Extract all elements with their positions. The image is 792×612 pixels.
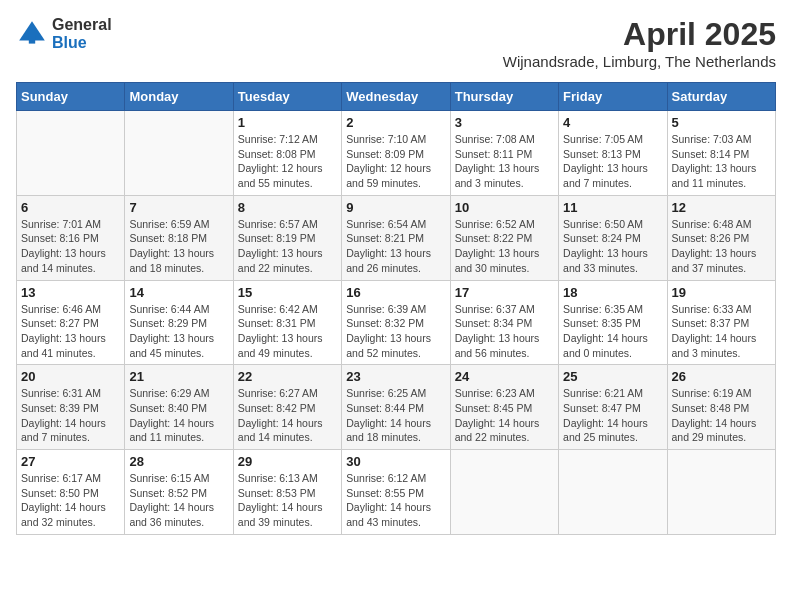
day-info: Sunrise: 6:13 AM Sunset: 8:53 PM Dayligh… <box>238 471 337 530</box>
day-info: Sunrise: 7:01 AM Sunset: 8:16 PM Dayligh… <box>21 217 120 276</box>
day-number: 6 <box>21 200 120 215</box>
day-number: 26 <box>672 369 771 384</box>
day-info: Sunrise: 6:25 AM Sunset: 8:44 PM Dayligh… <box>346 386 445 445</box>
day-number: 23 <box>346 369 445 384</box>
day-info: Sunrise: 6:35 AM Sunset: 8:35 PM Dayligh… <box>563 302 662 361</box>
calendar-cell <box>667 450 775 535</box>
logo: General Blue <box>16 16 112 51</box>
day-info: Sunrise: 7:05 AM Sunset: 8:13 PM Dayligh… <box>563 132 662 191</box>
day-info: Sunrise: 6:39 AM Sunset: 8:32 PM Dayligh… <box>346 302 445 361</box>
day-info: Sunrise: 6:23 AM Sunset: 8:45 PM Dayligh… <box>455 386 554 445</box>
day-info: Sunrise: 6:54 AM Sunset: 8:21 PM Dayligh… <box>346 217 445 276</box>
calendar-cell: 12Sunrise: 6:48 AM Sunset: 8:26 PM Dayli… <box>667 195 775 280</box>
calendar-cell: 11Sunrise: 6:50 AM Sunset: 8:24 PM Dayli… <box>559 195 667 280</box>
calendar-header-row: SundayMondayTuesdayWednesdayThursdayFrid… <box>17 83 776 111</box>
day-info: Sunrise: 6:27 AM Sunset: 8:42 PM Dayligh… <box>238 386 337 445</box>
day-info: Sunrise: 6:37 AM Sunset: 8:34 PM Dayligh… <box>455 302 554 361</box>
calendar-cell: 26Sunrise: 6:19 AM Sunset: 8:48 PM Dayli… <box>667 365 775 450</box>
day-number: 15 <box>238 285 337 300</box>
day-number: 16 <box>346 285 445 300</box>
day-number: 11 <box>563 200 662 215</box>
calendar-week-row: 6Sunrise: 7:01 AM Sunset: 8:16 PM Daylig… <box>17 195 776 280</box>
calendar-cell <box>17 111 125 196</box>
day-number: 30 <box>346 454 445 469</box>
calendar-cell: 29Sunrise: 6:13 AM Sunset: 8:53 PM Dayli… <box>233 450 341 535</box>
day-info: Sunrise: 7:03 AM Sunset: 8:14 PM Dayligh… <box>672 132 771 191</box>
calendar-cell: 18Sunrise: 6:35 AM Sunset: 8:35 PM Dayli… <box>559 280 667 365</box>
weekday-header: Monday <box>125 83 233 111</box>
day-info: Sunrise: 6:12 AM Sunset: 8:55 PM Dayligh… <box>346 471 445 530</box>
calendar-cell: 4Sunrise: 7:05 AM Sunset: 8:13 PM Daylig… <box>559 111 667 196</box>
weekday-header: Friday <box>559 83 667 111</box>
calendar-cell: 28Sunrise: 6:15 AM Sunset: 8:52 PM Dayli… <box>125 450 233 535</box>
day-info: Sunrise: 6:31 AM Sunset: 8:39 PM Dayligh… <box>21 386 120 445</box>
weekday-header: Tuesday <box>233 83 341 111</box>
day-number: 1 <box>238 115 337 130</box>
logo-text: General Blue <box>52 16 112 51</box>
day-number: 19 <box>672 285 771 300</box>
calendar-cell: 16Sunrise: 6:39 AM Sunset: 8:32 PM Dayli… <box>342 280 450 365</box>
calendar-cell: 27Sunrise: 6:17 AM Sunset: 8:50 PM Dayli… <box>17 450 125 535</box>
calendar-week-row: 27Sunrise: 6:17 AM Sunset: 8:50 PM Dayli… <box>17 450 776 535</box>
day-number: 9 <box>346 200 445 215</box>
day-number: 22 <box>238 369 337 384</box>
day-number: 27 <box>21 454 120 469</box>
day-info: Sunrise: 6:19 AM Sunset: 8:48 PM Dayligh… <box>672 386 771 445</box>
day-info: Sunrise: 6:33 AM Sunset: 8:37 PM Dayligh… <box>672 302 771 361</box>
day-number: 25 <box>563 369 662 384</box>
day-number: 28 <box>129 454 228 469</box>
weekday-header: Thursday <box>450 83 558 111</box>
calendar-cell: 10Sunrise: 6:52 AM Sunset: 8:22 PM Dayli… <box>450 195 558 280</box>
calendar-cell: 21Sunrise: 6:29 AM Sunset: 8:40 PM Dayli… <box>125 365 233 450</box>
day-info: Sunrise: 6:52 AM Sunset: 8:22 PM Dayligh… <box>455 217 554 276</box>
day-number: 5 <box>672 115 771 130</box>
calendar-cell: 8Sunrise: 6:57 AM Sunset: 8:19 PM Daylig… <box>233 195 341 280</box>
calendar-week-row: 1Sunrise: 7:12 AM Sunset: 8:08 PM Daylig… <box>17 111 776 196</box>
calendar-cell: 24Sunrise: 6:23 AM Sunset: 8:45 PM Dayli… <box>450 365 558 450</box>
day-info: Sunrise: 6:46 AM Sunset: 8:27 PM Dayligh… <box>21 302 120 361</box>
weekday-header: Sunday <box>17 83 125 111</box>
day-number: 29 <box>238 454 337 469</box>
calendar-cell: 3Sunrise: 7:08 AM Sunset: 8:11 PM Daylig… <box>450 111 558 196</box>
logo-icon <box>16 18 48 50</box>
calendar-week-row: 20Sunrise: 6:31 AM Sunset: 8:39 PM Dayli… <box>17 365 776 450</box>
weekday-header: Wednesday <box>342 83 450 111</box>
calendar-cell: 2Sunrise: 7:10 AM Sunset: 8:09 PM Daylig… <box>342 111 450 196</box>
title-block: April 2025 Wijnandsrade, Limburg, The Ne… <box>503 16 776 70</box>
day-info: Sunrise: 7:10 AM Sunset: 8:09 PM Dayligh… <box>346 132 445 191</box>
day-number: 21 <box>129 369 228 384</box>
calendar-cell: 6Sunrise: 7:01 AM Sunset: 8:16 PM Daylig… <box>17 195 125 280</box>
day-number: 24 <box>455 369 554 384</box>
day-number: 10 <box>455 200 554 215</box>
day-number: 8 <box>238 200 337 215</box>
day-info: Sunrise: 6:50 AM Sunset: 8:24 PM Dayligh… <box>563 217 662 276</box>
day-info: Sunrise: 6:59 AM Sunset: 8:18 PM Dayligh… <box>129 217 228 276</box>
day-info: Sunrise: 6:42 AM Sunset: 8:31 PM Dayligh… <box>238 302 337 361</box>
calendar-cell: 22Sunrise: 6:27 AM Sunset: 8:42 PM Dayli… <box>233 365 341 450</box>
day-info: Sunrise: 7:12 AM Sunset: 8:08 PM Dayligh… <box>238 132 337 191</box>
day-number: 13 <box>21 285 120 300</box>
weekday-header: Saturday <box>667 83 775 111</box>
day-number: 2 <box>346 115 445 130</box>
day-number: 7 <box>129 200 228 215</box>
day-info: Sunrise: 6:21 AM Sunset: 8:47 PM Dayligh… <box>563 386 662 445</box>
day-number: 14 <box>129 285 228 300</box>
calendar-cell: 20Sunrise: 6:31 AM Sunset: 8:39 PM Dayli… <box>17 365 125 450</box>
logo-blue: Blue <box>52 34 112 52</box>
day-info: Sunrise: 6:48 AM Sunset: 8:26 PM Dayligh… <box>672 217 771 276</box>
calendar-cell: 13Sunrise: 6:46 AM Sunset: 8:27 PM Dayli… <box>17 280 125 365</box>
calendar-cell: 17Sunrise: 6:37 AM Sunset: 8:34 PM Dayli… <box>450 280 558 365</box>
calendar-cell: 1Sunrise: 7:12 AM Sunset: 8:08 PM Daylig… <box>233 111 341 196</box>
calendar-cell: 7Sunrise: 6:59 AM Sunset: 8:18 PM Daylig… <box>125 195 233 280</box>
calendar-cell: 14Sunrise: 6:44 AM Sunset: 8:29 PM Dayli… <box>125 280 233 365</box>
day-info: Sunrise: 6:17 AM Sunset: 8:50 PM Dayligh… <box>21 471 120 530</box>
calendar-cell: 25Sunrise: 6:21 AM Sunset: 8:47 PM Dayli… <box>559 365 667 450</box>
day-number: 3 <box>455 115 554 130</box>
calendar-week-row: 13Sunrise: 6:46 AM Sunset: 8:27 PM Dayli… <box>17 280 776 365</box>
day-number: 17 <box>455 285 554 300</box>
page-header: General Blue April 2025 Wijnandsrade, Li… <box>16 16 776 70</box>
day-number: 12 <box>672 200 771 215</box>
month-title: April 2025 <box>503 16 776 53</box>
calendar-cell: 9Sunrise: 6:54 AM Sunset: 8:21 PM Daylig… <box>342 195 450 280</box>
calendar-cell: 15Sunrise: 6:42 AM Sunset: 8:31 PM Dayli… <box>233 280 341 365</box>
